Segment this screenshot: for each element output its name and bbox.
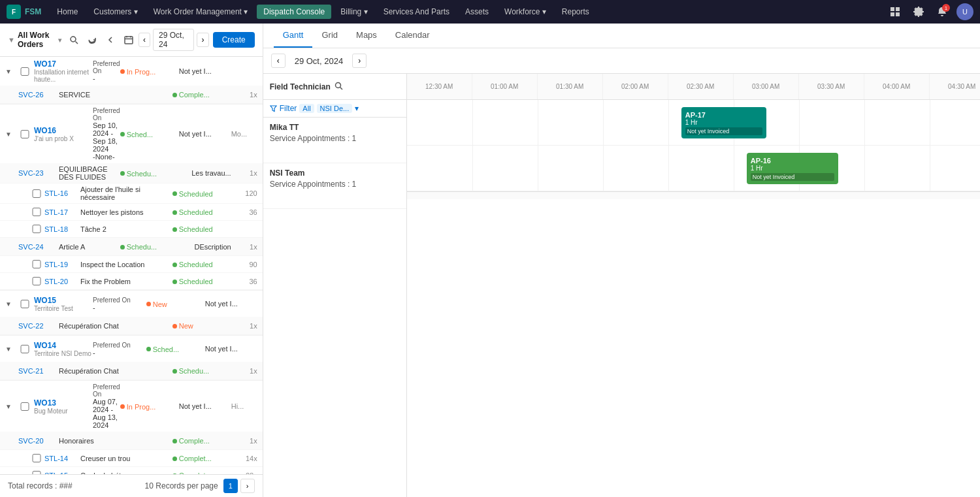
nav-customers[interactable]: Customers ▾: [87, 5, 144, 19]
stl-row-stl20[interactable]: STL-20 Fix the Problem Scheduled 36: [0, 273, 263, 290]
svg-rect-6: [125, 37, 133, 44]
svc-row-svc26[interactable]: SVC-26 SERVICE Comple... 1x: [0, 86, 263, 104]
stl-row-stl15[interactable]: STL-15 Couler le béton Complet... 28x: [0, 467, 263, 474]
wo15-invoice: Not yet I...: [205, 300, 257, 308]
ap-block-ap17[interactable]: AP-17 1 Hr Not yet Invoiced: [681, 107, 766, 138]
stl-row-stl18[interactable]: STL-18 Tâche 2 Scheduled: [0, 221, 263, 238]
gantt-left-column: Field Technician Filter All NSI De... ▾ …: [263, 74, 407, 497]
wo15-info: WO15 Territoire Test: [34, 296, 93, 312]
current-date: 29 Oct, 24: [153, 29, 194, 51]
svc-row-svc23[interactable]: SVC-23 EQUILIBRAGE DES FLUIDES Schedu...…: [0, 163, 263, 184]
time-slot-0300: 03:00 AM: [734, 74, 799, 99]
tab-gantt[interactable]: Gantt: [274, 24, 313, 48]
wo-row-wo14[interactable]: ▼ WO14 Territoire NSI Demo Preferred On …: [0, 336, 263, 362]
filter-all-tag[interactable]: All: [299, 104, 314, 113]
wo16-info: WO16 J'ai un prob X: [34, 126, 93, 142]
calendar-icon-btn[interactable]: [122, 31, 135, 48]
nav-billing[interactable]: Billing ▾: [334, 5, 374, 19]
svc-row-svc22[interactable]: SVC-22 Récupération Chat New 1x: [0, 317, 263, 335]
prev-date-btn[interactable]: ‹: [139, 33, 150, 47]
create-button[interactable]: Create: [213, 32, 255, 48]
filter-icon: ▼: [8, 36, 15, 44]
search-btn[interactable]: [67, 31, 81, 48]
wo-row-wo15[interactable]: ▼ WO15 Territoire Test Preferred On - Ne…: [0, 291, 263, 317]
stl-row-stl14[interactable]: STL-14 Creuser un trou Complet... 14x: [0, 450, 263, 467]
wo13-more: Hi...: [231, 402, 257, 410]
nav-services-parts[interactable]: Services And Parts: [377, 5, 456, 19]
nav-home[interactable]: Home: [50, 5, 84, 19]
stl16-checkbox[interactable]: [31, 189, 42, 198]
ap-block-ap16[interactable]: AP-16 1 Hr Not yet Invoiced: [747, 153, 838, 184]
wo16-preferred: Preferred On Sep 10, 2024 - Sep 18, 2024…: [93, 107, 120, 161]
stl20-checkbox[interactable]: [31, 277, 42, 285]
tech-row-nsi: NSI Team Service Appointments : 1: [263, 163, 406, 209]
svc-row-svc24[interactable]: SVC-24 Article A Schedu... DEscription 1…: [0, 238, 263, 256]
nav-work-order-mgmt[interactable]: Work Order Management ▾: [147, 5, 255, 19]
next-date-btn[interactable]: ›: [197, 33, 208, 47]
gantt-row-nsi: AP-16 1 Hr Not yet Invoiced: [407, 146, 980, 191]
wo16-checkbox[interactable]: [18, 130, 31, 138]
refresh-btn[interactable]: [85, 31, 99, 48]
wo-row-wo17[interactable]: ▼ WO17 Installation internet haute... Pr…: [0, 57, 263, 86]
stl19-checkbox[interactable]: [31, 260, 42, 268]
gantt-prev-btn[interactable]: ‹: [271, 54, 286, 68]
time-slot-1230: 12:30 AM: [407, 74, 472, 99]
wo16-status: Sched...: [120, 129, 179, 138]
gantt-next-btn[interactable]: ›: [352, 54, 367, 68]
tab-calendar[interactable]: Calendar: [386, 24, 439, 48]
wo16-expand-icon[interactable]: ▼: [5, 131, 18, 138]
svg-line-18: [340, 87, 342, 89]
notifications-icon-btn[interactable]: 1: [933, 3, 951, 21]
stl-row-stl17[interactable]: STL-17 Nettoyer les pistons Scheduled 36: [0, 204, 263, 221]
stl18-checkbox[interactable]: [31, 225, 42, 233]
tab-grid[interactable]: Grid: [312, 24, 347, 48]
wo-group-wo13: ▼ WO13 Bug Moteur Preferred On Aug 07, 2…: [0, 381, 263, 474]
page-1-btn[interactable]: 1: [223, 479, 238, 493]
wo-row-wo16[interactable]: ▼ WO16 J'ai un prob X Preferred On Sep 1…: [0, 104, 263, 163]
wo13-checkbox[interactable]: [18, 402, 31, 411]
filter-dropdown-arrow[interactable]: ▾: [355, 104, 359, 113]
stl14-checkbox[interactable]: [31, 454, 42, 462]
mika-svc-count: Service Appointments : 1: [270, 134, 400, 143]
stl-row-stl16[interactable]: STL-16 Ajouter de l'huile si nécessaire …: [0, 184, 263, 204]
wo-row-wo13[interactable]: ▼ WO13 Bug Moteur Preferred On Aug 07, 2…: [0, 381, 263, 432]
grid-icon-btn[interactable]: [886, 3, 904, 21]
wo-group-wo15: ▼ WO15 Territoire Test Preferred On - Ne…: [0, 291, 263, 336]
notification-badge: 1: [942, 4, 950, 12]
wo14-checkbox[interactable]: [18, 345, 31, 353]
nav-dispatch-console[interactable]: Dispatch Console: [257, 5, 331, 19]
svc-row-svc21[interactable]: SVC-21 Récupération Chat Schedu... 1x: [0, 362, 263, 380]
nav-workforce[interactable]: Workforce ▾: [498, 5, 553, 19]
stl-row-stl19[interactable]: STL-19 Inspect the Location Scheduled 90: [0, 256, 263, 273]
svc-row-svc20[interactable]: SVC-20 Honoraires Comple... 1x: [0, 432, 263, 450]
time-slot-0100: 01:00 AM: [472, 74, 538, 99]
pagination: 1 ›: [223, 479, 255, 493]
stl17-checkbox[interactable]: [31, 208, 42, 216]
wo17-number: WO17: [34, 59, 93, 69]
date-navigation: ‹ 29 Oct, 24 ›: [122, 29, 208, 51]
next-page-btn[interactable]: ›: [240, 479, 255, 493]
filter-nsi-tag[interactable]: NSI De...: [317, 104, 353, 113]
right-panel: Gantt Grid Maps Calendar ‹ 29 Oct, 2024 …: [263, 24, 980, 497]
nav-reports[interactable]: Reports: [555, 5, 596, 19]
wo17-checkbox[interactable]: [18, 67, 31, 76]
wo15-expand-icon[interactable]: ▼: [5, 300, 18, 308]
wo14-expand-icon[interactable]: ▼: [5, 345, 18, 353]
field-tech-search-btn[interactable]: [335, 82, 343, 92]
app-logo[interactable]: F FSM: [7, 5, 41, 19]
logo-text: FSM: [25, 7, 41, 16]
collapse-btn[interactable]: [103, 31, 118, 48]
all-work-orders-title: ▼ All Work Orders ▾: [8, 31, 61, 49]
wo15-checkbox[interactable]: [18, 300, 31, 308]
time-slot-0330: 03:30 AM: [799, 74, 864, 99]
svg-point-4: [71, 37, 76, 42]
wo17-expand-icon[interactable]: ▼: [5, 68, 18, 75]
settings-icon-btn[interactable]: [909, 3, 928, 21]
nav-assets[interactable]: Assets: [459, 5, 495, 19]
records-per-page-label: 10 Records per page: [145, 481, 218, 490]
tab-maps[interactable]: Maps: [347, 24, 386, 48]
left-header: ▼ All Work Orders ▾ ‹: [0, 24, 263, 57]
user-avatar[interactable]: U: [956, 3, 973, 20]
title-dropdown-arrow[interactable]: ▾: [58, 37, 61, 44]
wo13-expand-icon[interactable]: ▼: [5, 403, 18, 410]
